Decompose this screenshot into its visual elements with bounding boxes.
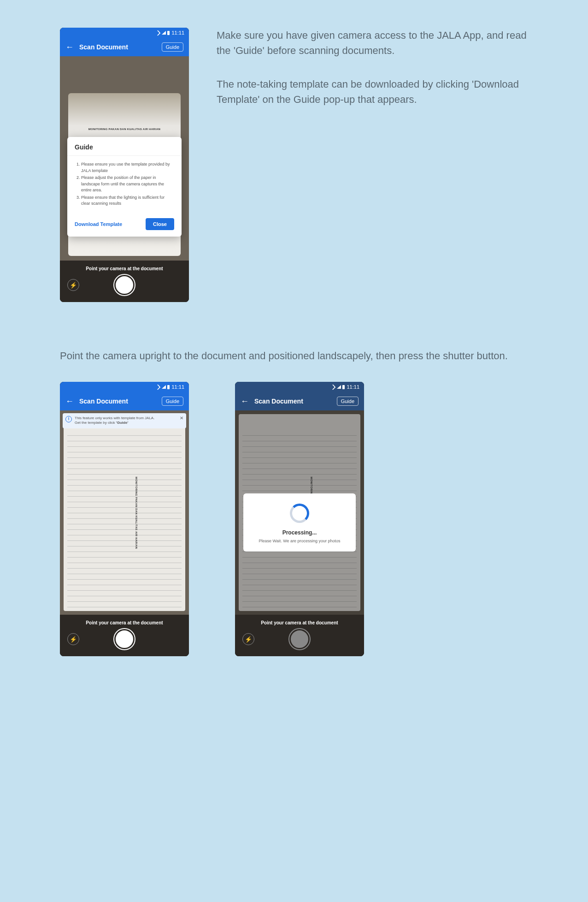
guide-item: Please ensure you use the template provi… — [81, 161, 174, 174]
status-time: 11:11 — [171, 384, 184, 390]
guide-button[interactable]: Guide — [337, 397, 359, 406]
camera-instruction: Point your camera at the document — [86, 266, 163, 271]
screen-title: Scan Document — [79, 398, 156, 405]
app-bar: ← Scan Document Guide — [60, 38, 189, 56]
document-preview-landscape: MONITORING PAKAN DAN KUALITAS AIR HARIAN — [64, 414, 185, 611]
phone-screenshot-processing: 11:11 ← Scan Document Guide MONITORING P… — [235, 382, 364, 656]
info-banner: ! This feature only works with template … — [63, 413, 186, 428]
guide-item: Please adjust the position of the paper … — [81, 175, 174, 194]
guide-modal-title: Guide — [67, 137, 182, 156]
phone-screenshot-camera: 11:11 ← Scan Document Guide MONITORING P… — [60, 382, 189, 656]
guide-modal-body: Please ensure you use the template provi… — [67, 156, 182, 214]
status-bar: 11:11 — [60, 382, 189, 392]
camera-viewport: MONITORING PAKAN DAN KUALITAS AIR HARIAN… — [60, 56, 189, 261]
guide-button[interactable]: Guide — [162, 397, 183, 406]
document-title: MONITORING PAKAN DAN KUALITAS AIR HARIAN — [135, 476, 138, 548]
info-icon: ! — [65, 416, 72, 422]
close-button[interactable]: Close — [146, 218, 174, 230]
shutter-button[interactable] — [114, 629, 135, 649]
camera-bottom-bar: Point your camera at the document ⚡ — [235, 615, 364, 656]
battery-icon — [167, 31, 170, 35]
instruction-text-block: Make sure you have given camera access t… — [217, 28, 528, 125]
processing-title: Processing... — [249, 529, 350, 536]
processing-subtitle: Please Wait. We are processing your phot… — [249, 539, 350, 543]
signal-icon — [162, 31, 166, 35]
flash-icon[interactable]: ⚡ — [67, 633, 79, 645]
camera-viewport: MONITORING PAKAN DAN KUALITAS AIR HARIAN… — [60, 410, 189, 615]
instruction-paragraph: Point the camera upright to the document… — [60, 348, 528, 363]
camera-viewport: MONITORING PAKAN DAN KUALITAS AIR HARIAN… — [235, 410, 364, 615]
camera-instruction: Point your camera at the document — [261, 620, 338, 625]
signal-icon — [162, 385, 166, 389]
flash-icon[interactable]: ⚡ — [242, 633, 254, 645]
wifi-icon — [155, 384, 161, 390]
processing-modal: Processing... Please Wait. We are proces… — [243, 493, 356, 552]
wifi-icon — [155, 30, 161, 36]
back-arrow-icon[interactable]: ← — [65, 397, 74, 406]
instruction-paragraph: Make sure you have given camera access t… — [217, 28, 528, 58]
screen-title: Scan Document — [79, 43, 156, 51]
document-title: MONITORING PAKAN DAN KUALITAS AIR HARIAN — [68, 128, 181, 131]
guide-button[interactable]: Guide — [162, 42, 183, 52]
screen-title: Scan Document — [254, 398, 331, 405]
status-time: 11:11 — [347, 384, 359, 390]
shutter-button — [289, 629, 310, 649]
back-arrow-icon[interactable]: ← — [241, 397, 249, 406]
wifi-icon — [330, 384, 336, 390]
status-bar: 11:11 — [60, 28, 189, 38]
app-bar: ← Scan Document Guide — [60, 392, 189, 410]
guide-modal: Guide Please ensure you use the template… — [67, 137, 182, 237]
flash-icon[interactable]: ⚡ — [67, 279, 79, 291]
phone-screenshot-guide: 11:11 ← Scan Document Guide MONITORING P… — [60, 28, 189, 302]
status-time: 11:11 — [171, 30, 184, 36]
info-banner-text: This feature only works with template fr… — [75, 416, 176, 426]
instruction-paragraph: The note-taking template can be download… — [217, 77, 528, 107]
download-template-link[interactable]: Download Template — [75, 221, 122, 227]
signal-icon — [337, 385, 341, 389]
battery-icon — [167, 385, 170, 389]
camera-bottom-bar: Point your camera at the document ⚡ — [60, 261, 189, 302]
guide-item: Please ensure that the lighting is suffi… — [81, 195, 174, 207]
close-icon[interactable]: ✕ — [180, 415, 183, 421]
camera-bottom-bar: Point your camera at the document ⚡ — [60, 615, 189, 656]
app-bar: ← Scan Document Guide — [235, 392, 364, 410]
battery-icon — [342, 385, 345, 389]
back-arrow-icon[interactable]: ← — [65, 42, 74, 52]
shutter-button[interactable] — [114, 275, 135, 295]
spinner-icon — [290, 504, 309, 523]
camera-instruction: Point your camera at the document — [86, 620, 163, 625]
status-bar: 11:11 — [235, 382, 364, 392]
